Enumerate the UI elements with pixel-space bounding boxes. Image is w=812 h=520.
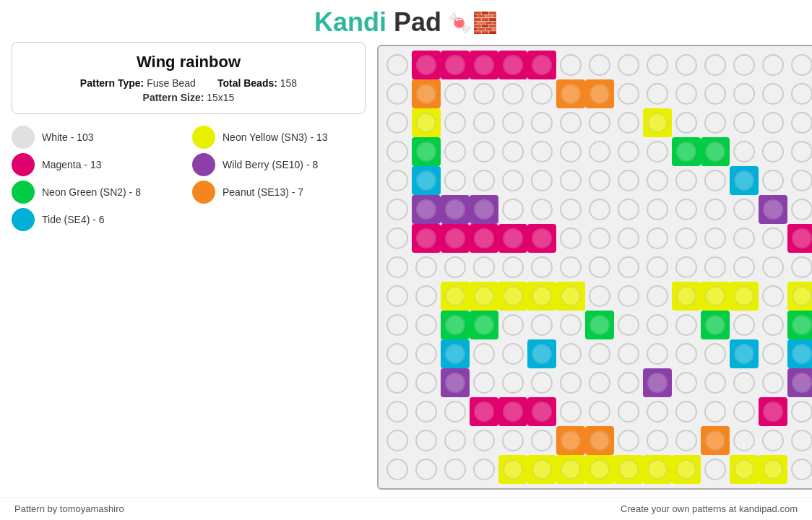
cell-6-5 bbox=[527, 224, 556, 253]
filled-bead bbox=[527, 51, 556, 79]
cell-7-2 bbox=[441, 253, 470, 282]
cell-14-7 bbox=[585, 455, 614, 484]
empty-bead bbox=[762, 343, 784, 365]
cell-13-13 bbox=[759, 426, 787, 455]
empty-bead bbox=[415, 401, 437, 422]
empty-bead bbox=[589, 170, 610, 191]
empty-bead bbox=[589, 199, 610, 220]
cell-6-11 bbox=[701, 224, 730, 253]
cell-12-6 bbox=[556, 397, 585, 426]
empty-bead bbox=[618, 83, 639, 105]
cell-10-3 bbox=[470, 339, 498, 368]
cell-14-11 bbox=[701, 455, 730, 484]
bead-inner bbox=[792, 286, 812, 306]
cell-8-11 bbox=[701, 282, 730, 311]
empty-bead bbox=[502, 314, 524, 336]
empty-bead bbox=[618, 430, 639, 451]
legend-item-neon-yellow: Neon Yellow (SN3) - 13 bbox=[192, 126, 366, 149]
empty-bead bbox=[473, 372, 495, 394]
empty-bead bbox=[502, 112, 524, 134]
filled-bead bbox=[441, 51, 470, 79]
empty-bead bbox=[473, 430, 495, 451]
filled-bead bbox=[614, 455, 643, 484]
bead-inner bbox=[503, 459, 523, 480]
empty-bead bbox=[762, 228, 784, 249]
filled-bead bbox=[730, 339, 759, 368]
pattern-size-value: 15x15 bbox=[207, 92, 234, 103]
empty-bead bbox=[444, 401, 466, 422]
filled-bead bbox=[585, 311, 614, 339]
empty-bead bbox=[733, 112, 755, 134]
filled-bead bbox=[470, 397, 498, 426]
bead-inner bbox=[561, 430, 581, 451]
cell-1-2 bbox=[441, 79, 470, 108]
bead-inner bbox=[445, 55, 465, 75]
bead-inner bbox=[589, 459, 610, 480]
empty-bead bbox=[791, 112, 812, 134]
filled-bead bbox=[730, 166, 759, 195]
empty-bead bbox=[647, 256, 668, 278]
empty-bead bbox=[386, 372, 408, 394]
header: Kandi Pad 🍬🧱 bbox=[0, 0, 812, 42]
cell-3-1 bbox=[412, 137, 441, 166]
bead-inner bbox=[445, 373, 465, 393]
cell-1-5 bbox=[527, 79, 556, 108]
empty-bead bbox=[589, 285, 610, 307]
empty-bead bbox=[618, 372, 639, 394]
empty-bead bbox=[791, 83, 812, 105]
cell-13-2 bbox=[441, 426, 470, 455]
cell-13-10 bbox=[672, 426, 701, 455]
empty-bead bbox=[733, 54, 755, 76]
cell-1-4 bbox=[498, 79, 527, 108]
cell-12-2 bbox=[441, 397, 470, 426]
empty-bead bbox=[473, 83, 495, 105]
empty-bead bbox=[502, 141, 524, 162]
bead-inner bbox=[474, 228, 494, 248]
legend-color-wild-berry bbox=[192, 153, 215, 176]
cell-13-4 bbox=[498, 426, 527, 455]
empty-bead bbox=[704, 372, 726, 394]
cell-9-6 bbox=[556, 311, 585, 339]
filled-bead bbox=[672, 137, 701, 166]
cell-5-6 bbox=[556, 195, 585, 224]
bead-inner bbox=[503, 286, 523, 306]
cell-1-6 bbox=[556, 79, 585, 108]
empty-bead bbox=[618, 228, 639, 249]
empty-bead bbox=[473, 112, 495, 134]
filled-bead bbox=[672, 282, 701, 311]
empty-bead bbox=[675, 83, 697, 105]
cell-14-9 bbox=[643, 455, 672, 484]
empty-bead bbox=[675, 170, 697, 191]
legend-label-neon-green: Neon Green (SN2) - 8 bbox=[42, 186, 141, 198]
bead-grid bbox=[383, 51, 812, 484]
cell-8-4 bbox=[498, 282, 527, 311]
empty-bead bbox=[415, 285, 437, 307]
cell-14-6 bbox=[556, 455, 585, 484]
filled-bead bbox=[701, 311, 730, 339]
filled-bead bbox=[470, 195, 498, 224]
bead-inner bbox=[676, 286, 696, 306]
empty-bead bbox=[444, 256, 466, 278]
bead-inner bbox=[503, 402, 523, 422]
bead-inner bbox=[474, 55, 494, 75]
cell-8-2 bbox=[441, 282, 470, 311]
empty-bead bbox=[473, 343, 495, 365]
right-panel bbox=[377, 42, 812, 497]
cell-14-3 bbox=[470, 455, 498, 484]
cell-2-14 bbox=[787, 108, 812, 137]
logo: Kandi Pad bbox=[314, 7, 441, 38]
filled-bead bbox=[701, 137, 730, 166]
cell-12-12 bbox=[730, 397, 759, 426]
cell-2-0 bbox=[383, 108, 412, 137]
empty-bead bbox=[386, 401, 408, 422]
empty-bead bbox=[791, 54, 812, 76]
filled-bead bbox=[701, 426, 730, 455]
cell-8-10 bbox=[672, 282, 701, 311]
empty-bead bbox=[733, 141, 755, 162]
cell-12-7 bbox=[585, 397, 614, 426]
cell-12-3 bbox=[470, 397, 498, 426]
bead-inner bbox=[705, 286, 725, 306]
filled-bead bbox=[759, 455, 787, 484]
cell-5-9 bbox=[643, 195, 672, 224]
filled-bead bbox=[585, 455, 614, 484]
